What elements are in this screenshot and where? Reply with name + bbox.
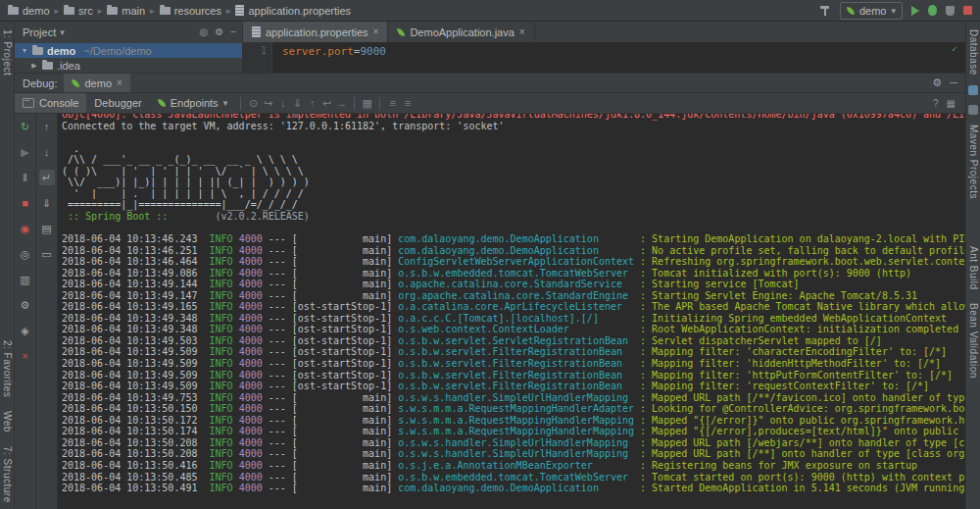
- tree-collapsed-icon[interactable]: ▶: [30, 62, 38, 70]
- step-into-icon[interactable]: ↓: [275, 97, 290, 109]
- settings-gear-icon[interactable]: ⚙: [18, 297, 33, 313]
- breadcrumb: demo ▸ src ▸ main ▸ resources ▸ applicat…: [6, 4, 353, 18]
- tree-item-name: demo: [47, 45, 75, 57]
- debug-toolbar: Console Debugger Endpoints ▾ ⊙ ↪ ↓ ⇓ ↑ ↩…: [15, 92, 965, 114]
- tab-console[interactable]: Console: [15, 93, 86, 113]
- left-tool-stripe: 1: Project 2: Favorites Web 7: Structure: [0, 22, 15, 509]
- project-tree: ▼ demo ~/Demo/demo ▶ .idea: [15, 42, 243, 73]
- tool-button-favorites[interactable]: 2: Favorites: [2, 340, 13, 397]
- close-icon[interactable]: ×: [373, 27, 379, 37]
- coverage-button[interactable]: [946, 6, 955, 16]
- tree-item-demo[interactable]: ▼ demo ~/Demo/demo: [15, 43, 242, 58]
- right-tool-stripe: Database Maven Projects Ant Build Bean V…: [965, 22, 980, 509]
- tab-demoapplication-java[interactable]: DemoApplication.java ×: [388, 22, 534, 42]
- step-out-icon[interactable]: ↑: [305, 97, 319, 109]
- pause-icon[interactable]: ‖: [18, 170, 33, 185]
- tree-item-idea[interactable]: ▶ .idea: [15, 58, 242, 73]
- run-config-select[interactable]: demo ▾: [840, 2, 903, 20]
- close-icon[interactable]: ×: [117, 78, 122, 88]
- tool-button-database[interactable]: Database: [968, 29, 979, 76]
- step-over-icon[interactable]: ↪: [261, 97, 275, 110]
- tool-button-ant-build[interactable]: Ant Build: [968, 246, 979, 290]
- breadcrumb-label: main: [122, 5, 145, 17]
- chevron-icon: ▸: [55, 6, 60, 16]
- mute-breakpoints-icon[interactable]: ◎: [18, 246, 33, 262]
- tab-label: Endpoints: [171, 97, 219, 109]
- ide-window: demo ▸ src ▸ main ▸ resources ▸ applicat…: [0, 0, 980, 509]
- project-panel-title: Project: [23, 26, 56, 38]
- debug-tool-window: Debug: demo × ⚙ ─ Console Debugger E: [15, 73, 965, 509]
- show-execution-point-icon[interactable]: ⊙: [246, 97, 261, 110]
- chevron-down-icon: ▾: [891, 6, 896, 16]
- run-toolbar: demo ▾: [820, 2, 972, 20]
- breadcrumb-item-demo[interactable]: demo: [6, 4, 52, 18]
- tab-debugger[interactable]: Debugger: [86, 93, 149, 113]
- debug-button[interactable]: [928, 5, 937, 16]
- tab-endpoints[interactable]: Endpoints ▾: [150, 93, 235, 113]
- close-icon[interactable]: ×: [519, 27, 525, 37]
- tool-button-project[interactable]: 1: Project: [2, 29, 13, 76]
- drop-frame-icon[interactable]: ↩: [319, 97, 334, 110]
- chevron-down-icon: ▾: [60, 27, 65, 37]
- list-icon[interactable]: ≡: [400, 97, 415, 109]
- settings-gear-icon[interactable]: ⚙: [215, 26, 223, 37]
- code-line[interactable]: server.port=9000: [272, 42, 386, 73]
- hide-icon[interactable]: ─: [950, 76, 957, 89]
- debug-session-tab[interactable]: demo ×: [64, 74, 129, 92]
- tool-button-web[interactable]: Web: [2, 411, 13, 433]
- tool-button-bean-validation[interactable]: Bean Validation: [968, 303, 979, 379]
- breadcrumb-item-application-properties[interactable]: application.properties: [233, 4, 353, 18]
- soft-wrap-icon[interactable]: ↵: [39, 170, 55, 185]
- editor[interactable]: 1 server.port=9000 ✓: [243, 42, 965, 73]
- inspection-ok-icon[interactable]: ✓: [952, 43, 957, 54]
- help-icon[interactable]: ?: [933, 98, 939, 109]
- pin-icon[interactable]: ◈: [18, 323, 33, 338]
- navigation-bar: demo ▸ src ▸ main ▸ resources ▸ applicat…: [0, 0, 980, 22]
- list-icon[interactable]: ≡: [385, 97, 400, 109]
- chevron-icon: ▸: [150, 6, 155, 16]
- rerun-icon[interactable]: ↻: [18, 119, 33, 134]
- up-stack-icon[interactable]: ↑: [39, 119, 55, 134]
- tab-application-properties[interactable]: application.properties ×: [243, 22, 388, 42]
- tool-button-structure[interactable]: 7: Structure: [2, 446, 13, 503]
- line-number: 1: [261, 45, 267, 56]
- resume-icon[interactable]: ▶: [18, 144, 33, 160]
- debug-session-name: demo: [84, 77, 112, 89]
- project-panel-header[interactable]: Project ▾ ◎ ⚙ −: [15, 22, 243, 42]
- thread-dump-icon[interactable]: ▥: [18, 272, 33, 287]
- breadcrumb-item-src[interactable]: src: [62, 4, 95, 18]
- debug-label: Debug:: [23, 77, 57, 89]
- console-output: objc[4000]: Class JavaLaunchHelper is im…: [58, 114, 965, 509]
- scroll-end-icon[interactable]: ⇓: [39, 195, 55, 211]
- force-step-into-icon[interactable]: ⇓: [290, 97, 305, 110]
- locate-icon[interactable]: ◎: [199, 26, 208, 37]
- breadcrumb-label: src: [78, 5, 93, 17]
- breadcrumb-item-main[interactable]: main: [105, 4, 147, 18]
- toolbar-separator: [240, 97, 241, 110]
- collapse-icon[interactable]: −: [230, 26, 236, 37]
- evaluate-icon[interactable]: ▦: [360, 97, 374, 110]
- content-row: ▼ demo ~/Demo/demo ▶ .idea 1 server.port…: [15, 42, 965, 73]
- maven-icon[interactable]: [968, 105, 978, 115]
- tree-expanded-icon[interactable]: ▼: [21, 47, 28, 54]
- spring-boot-icon: [72, 79, 79, 87]
- database-icon[interactable]: [968, 85, 978, 95]
- tab-label: Debugger: [94, 97, 141, 109]
- run-to-cursor-icon[interactable]: →: [334, 97, 349, 109]
- stop-button[interactable]: [963, 6, 972, 15]
- print-icon[interactable]: ▤: [39, 221, 55, 236]
- stop-icon[interactable]: ■: [18, 195, 33, 211]
- breadcrumb-item-resources[interactable]: resources: [158, 4, 223, 18]
- clear-icon[interactable]: ▭: [39, 246, 55, 262]
- properties-file-icon: [235, 5, 244, 16]
- properties-file-icon: [252, 26, 261, 37]
- run-button[interactable]: [911, 6, 919, 16]
- build-hammer-icon[interactable]: [820, 5, 831, 16]
- breadcrumb-label: demo: [23, 5, 50, 17]
- view-breakpoints-icon[interactable]: ◉: [18, 221, 33, 236]
- close-icon[interactable]: ×: [18, 348, 33, 364]
- settings-gear-icon[interactable]: ⚙: [932, 76, 942, 89]
- down-stack-icon[interactable]: ↓: [39, 144, 55, 160]
- restore-layout-icon[interactable]: ▦: [947, 98, 956, 109]
- tool-button-maven-projects[interactable]: Maven Projects: [968, 125, 979, 199]
